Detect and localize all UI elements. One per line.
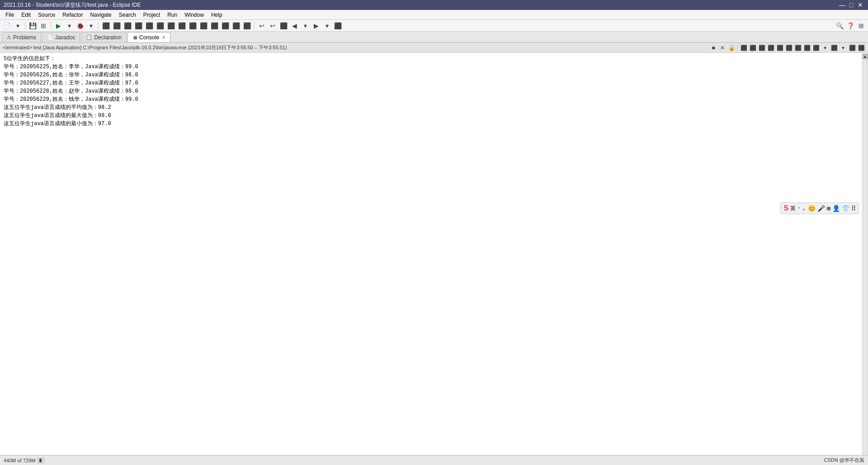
console-btn13[interactable]: ⬛ bbox=[848, 44, 856, 52]
menu-item-file[interactable]: File bbox=[2, 11, 18, 19]
close-button[interactable]: ✕ bbox=[856, 1, 864, 9]
toolbar-btn6[interactable]: ⬛ bbox=[155, 21, 165, 31]
tab-declaration-label: Declaration bbox=[94, 34, 122, 41]
toolbar-btn9[interactable]: ⬛ bbox=[188, 21, 198, 31]
console-clear[interactable]: ✕ bbox=[718, 44, 726, 52]
tab-console[interactable]: 🖥 Console ✕ bbox=[127, 32, 170, 42]
toolbar-btn5[interactable]: ⬛ bbox=[144, 21, 154, 31]
console-icon: 🖥 bbox=[132, 35, 137, 40]
console-btn3[interactable]: ⬛ bbox=[758, 44, 766, 52]
toolbar-redo2[interactable]: ⬛ bbox=[278, 21, 288, 31]
toolbar-search-btn[interactable]: 🔍 bbox=[835, 21, 844, 31]
minimize-button[interactable]: — bbox=[838, 1, 846, 9]
tab-problems[interactable]: ⚠ Problems bbox=[2, 32, 41, 42]
console-btn14[interactable]: ⬛ bbox=[857, 44, 865, 52]
toolbar-save-all[interactable]: ⊞ bbox=[38, 21, 48, 31]
console-body: 5位学生的信息如下：学号：202056225,姓名：李华，Java课程成绩：99… bbox=[0, 53, 868, 465]
toolbar-nav-fwd-dropdown[interactable]: ▾ bbox=[322, 21, 332, 31]
ime-lang[interactable]: 英 bbox=[790, 205, 796, 212]
ime-bar: S 英 · , 😊 🎤 ⊞ 👤 👕 ⠿ bbox=[780, 202, 859, 214]
toolbar-new[interactable]: 📄 bbox=[2, 21, 12, 31]
menu-item-navigate[interactable]: Navigate bbox=[86, 11, 115, 19]
console-sep-1 bbox=[737, 44, 738, 51]
ime-shirt[interactable]: 👕 bbox=[842, 205, 849, 212]
tab-javadoc-label: Javadoc bbox=[55, 34, 75, 41]
console-output: 5位学生的信息如下：学号：202056225,姓名：李华，Java课程成绩：99… bbox=[0, 53, 862, 465]
ime-mic[interactable]: 🎤 bbox=[817, 205, 825, 212]
toolbar-btn12[interactable]: ⬛ bbox=[220, 21, 230, 31]
menu-item-source[interactable]: Source bbox=[34, 11, 59, 19]
toolbar-save[interactable]: 💾 bbox=[28, 21, 38, 31]
toolbar-dropdown[interactable]: ▾ bbox=[13, 21, 23, 31]
gc-button[interactable]: 🗑 bbox=[37, 457, 44, 463]
ime-apps[interactable]: ⠿ bbox=[851, 205, 856, 212]
console-scroll-lock[interactable]: 🔒 bbox=[727, 44, 736, 52]
ime-emoji[interactable]: 😊 bbox=[808, 205, 816, 212]
toolbar-run-dropdown[interactable]: ▾ bbox=[64, 21, 74, 31]
scroll-up-arrow[interactable]: ▲ bbox=[863, 54, 868, 59]
console-btn10[interactable]: ▾ bbox=[821, 44, 829, 52]
console-tab-close[interactable]: ✕ bbox=[162, 35, 165, 40]
ime-person[interactable]: 👤 bbox=[832, 205, 840, 212]
ime-comma: , bbox=[802, 205, 806, 211]
console-header-text: <terminated> test [Java Application] C:\… bbox=[3, 44, 287, 51]
toolbar-run[interactable]: ▶ bbox=[53, 21, 63, 31]
console-line: 学号：202056228,姓名：赵华，Java课程成绩：98.0 bbox=[4, 87, 858, 95]
toolbar-btn1[interactable]: ⬛ bbox=[101, 21, 111, 31]
csdn-text: CSDN @华不在嵩 bbox=[824, 457, 864, 463]
console-btn12[interactable]: ▾ bbox=[839, 44, 847, 52]
console-btn9[interactable]: ⬛ bbox=[812, 44, 820, 52]
toolbar-undo[interactable]: ↩ bbox=[257, 21, 267, 31]
tab-declaration[interactable]: 📋 Declaration bbox=[81, 32, 127, 42]
toolbar-btn4[interactable]: ⬛ bbox=[133, 21, 143, 31]
maximize-button[interactable]: □ bbox=[847, 1, 855, 9]
menu-item-refactor[interactable]: Refactor bbox=[59, 11, 86, 19]
tab-console-label: Console bbox=[139, 34, 159, 41]
toolbar-redo[interactable]: ↩ bbox=[268, 21, 278, 31]
console-btn2[interactable]: ⬛ bbox=[749, 44, 757, 52]
toolbar-nav-back-dropdown[interactable]: ▾ bbox=[300, 21, 310, 31]
console-action-buttons: ■ ✕ 🔒 ⬛ ⬛ ⬛ ⬛ ⬛ ⬛ ⬛ ⬛ ⬛ ▾ ⬛ ▾ ⬛ ⬛ bbox=[709, 44, 865, 52]
menu-item-edit[interactable]: Edit bbox=[18, 11, 34, 19]
console-btn8[interactable]: ⬛ bbox=[803, 44, 811, 52]
menu-item-search[interactable]: Search bbox=[115, 11, 140, 19]
toolbar-debug-dropdown[interactable]: ▾ bbox=[86, 21, 96, 31]
console-btn6[interactable]: ⬛ bbox=[785, 44, 793, 52]
toolbar-nav-fwd[interactable]: ▶ bbox=[311, 21, 321, 31]
toolbar-perspective[interactable]: ⊞ bbox=[856, 21, 866, 31]
console-line: 这五位学生java语言成绩的平均值为：98.2 bbox=[4, 103, 858, 112]
title-bar-controls: — □ ✕ bbox=[838, 1, 864, 9]
toolbar-btn2[interactable]: ⬛ bbox=[112, 21, 122, 31]
toolbar-btn7[interactable]: ⬛ bbox=[166, 21, 176, 31]
tab-problems-label: Problems bbox=[13, 34, 36, 41]
toolbar-btn8[interactable]: ⬛ bbox=[177, 21, 187, 31]
console-btn7[interactable]: ⬛ bbox=[794, 44, 802, 52]
toolbar-ext[interactable]: ⬛ bbox=[333, 21, 343, 31]
console-btn11[interactable]: ⬛ bbox=[830, 44, 838, 52]
status-right: CSDN @华不在嵩 bbox=[824, 457, 864, 464]
toolbar-sep-4 bbox=[254, 22, 255, 30]
menu-item-help[interactable]: Help bbox=[208, 11, 226, 19]
ime-grid[interactable]: ⊞ bbox=[827, 205, 830, 212]
console-btn4[interactable]: ⬛ bbox=[767, 44, 775, 52]
toolbar-nav-back[interactable]: ◀ bbox=[289, 21, 299, 31]
toolbar-help-btn[interactable]: ❓ bbox=[845, 21, 855, 31]
scroll-track[interactable] bbox=[863, 60, 868, 458]
toolbar-debug[interactable]: 🐞 bbox=[75, 21, 85, 31]
title-bar: 2021.10.16 - Student/src/课堂练习/test.java … bbox=[0, 0, 868, 10]
console-panel: <terminated> test [Java Application] C:\… bbox=[0, 42, 868, 465]
console-btn5[interactable]: ⬛ bbox=[776, 44, 784, 52]
console-scrollbar[interactable]: ▲ ▼ bbox=[862, 53, 868, 465]
menu-item-run[interactable]: Run bbox=[164, 11, 181, 19]
toolbar-btn13[interactable]: ⬛ bbox=[231, 21, 241, 31]
toolbar-btn10[interactable]: ⬛ bbox=[198, 21, 208, 31]
toolbar-btn14[interactable]: ⬛ bbox=[242, 21, 252, 31]
console-terminate[interactable]: ■ bbox=[709, 44, 717, 52]
main-layout: ⚠ Problems 📄 Javadoc 📋 Declaration 🖥 Con… bbox=[0, 32, 868, 465]
tab-javadoc[interactable]: 📄 Javadoc bbox=[42, 32, 80, 42]
menu-item-project[interactable]: Project bbox=[140, 11, 164, 19]
toolbar-btn11[interactable]: ⬛ bbox=[209, 21, 219, 31]
menu-item-window[interactable]: Window bbox=[181, 11, 208, 19]
toolbar-btn3[interactable]: ⬛ bbox=[123, 21, 132, 31]
console-btn1[interactable]: ⬛ bbox=[740, 44, 748, 52]
